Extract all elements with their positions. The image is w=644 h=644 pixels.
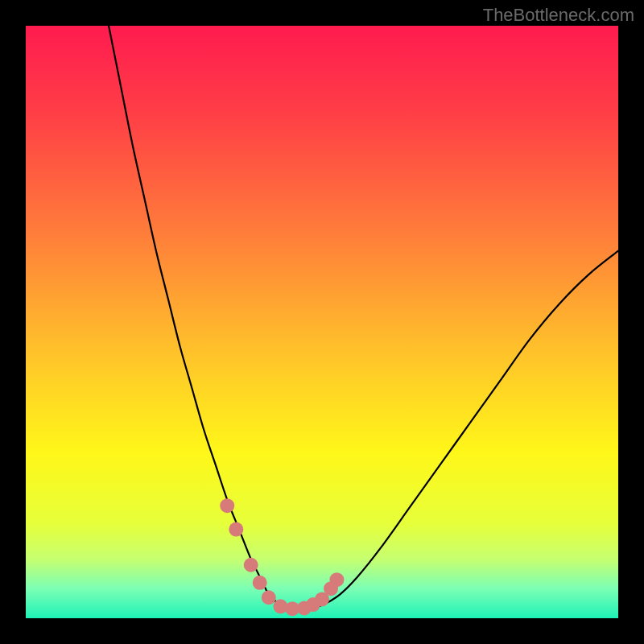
chart-container: TheBottleneck.com: [0, 0, 644, 644]
highlight-dot: [229, 522, 243, 537]
highlight-dot: [253, 576, 267, 590]
gradient-background: [26, 26, 618, 618]
plot-area: [26, 26, 618, 618]
watermark-text: TheBottleneck.com: [483, 5, 634, 26]
highlight-dot: [262, 590, 276, 605]
chart-svg: [26, 26, 618, 618]
highlight-dot: [329, 572, 344, 587]
highlight-dot: [220, 498, 234, 513]
highlight-dot: [244, 558, 258, 572]
